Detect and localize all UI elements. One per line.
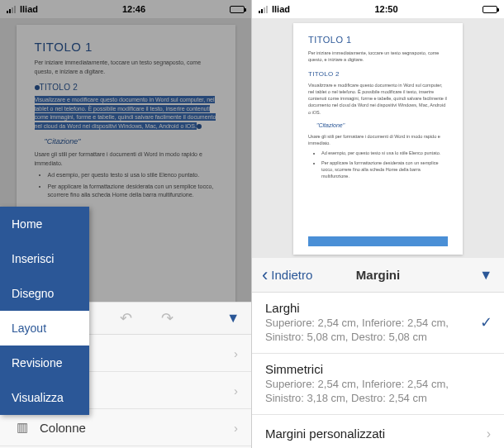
checkmark-icon: ✓ xyxy=(480,313,492,331)
tab-inserisci[interactable]: Inserisci xyxy=(0,241,89,276)
ribbon-tab-menu: Home Inserisci Disegno Layout Revisione … xyxy=(0,207,89,415)
carrier-label: Iliad xyxy=(272,4,290,14)
doc-paragraph: Per iniziare immediatamente, toccare un … xyxy=(308,50,448,64)
doc-list-item: Ad esempio, per questo testo si usa lo s… xyxy=(321,150,448,156)
redo-icon[interactable]: ↷ xyxy=(158,309,176,327)
collapse-icon[interactable]: ▼ xyxy=(479,268,492,283)
heading-1: TITOLO 1 xyxy=(308,35,448,45)
chevron-right-icon: › xyxy=(234,384,238,398)
doc-paragraph: Visualizzare e modificare questo documen… xyxy=(308,82,448,116)
margins-options: Larghi Superiore: 2,54 cm, Inferiore: 2,… xyxy=(252,293,504,448)
citation: "Citazione" xyxy=(316,122,448,128)
status-bar: Iliad 12:50 xyxy=(252,0,504,18)
doc-footer xyxy=(308,236,448,246)
tab-home[interactable]: Home xyxy=(0,207,89,241)
option-larghi[interactable]: Larghi Superiore: 2,54 cm, Inferiore: 2,… xyxy=(252,293,504,354)
battery-icon xyxy=(483,6,497,13)
option-personalizzati[interactable]: Margini personalizzati › xyxy=(252,415,504,448)
option-simmetrici[interactable]: Simmetrici Superiore: 2,54 cm, Inferiore… xyxy=(252,354,504,415)
doc-list-item: Per applicare la formattazione desiderat… xyxy=(321,160,448,180)
columns-icon: ▥ xyxy=(13,420,31,435)
chevron-left-icon: ‹ xyxy=(262,265,268,286)
doc-paragraph: Usare gli stili per formattare i documen… xyxy=(308,133,448,147)
chevron-right-icon: › xyxy=(234,346,238,360)
clock: 12:50 xyxy=(374,4,397,14)
tab-disegno[interactable]: Disegno xyxy=(0,276,89,311)
undo-icon[interactable]: ↶ xyxy=(116,309,135,327)
document-page[interactable]: TITOLO 1 Per iniziare immediatamente, to… xyxy=(293,23,463,255)
tab-visualizza[interactable]: Visualizza xyxy=(0,380,89,415)
document-canvas[interactable]: TITOLO 1 Per iniziare immediatamente, to… xyxy=(252,18,504,258)
chevron-right-icon: › xyxy=(487,427,491,441)
tab-layout[interactable]: Layout xyxy=(0,311,89,346)
tab-revisione[interactable]: Revisione xyxy=(0,346,89,380)
collapse-icon[interactable]: ▼ xyxy=(226,311,240,326)
chevron-right-icon: › xyxy=(234,421,238,435)
back-button[interactable]: ‹ Indietro xyxy=(262,265,312,286)
heading-2: TITOLO 2 xyxy=(308,70,448,78)
panel-header: ‹ Indietro Margini ▼ xyxy=(252,258,504,293)
